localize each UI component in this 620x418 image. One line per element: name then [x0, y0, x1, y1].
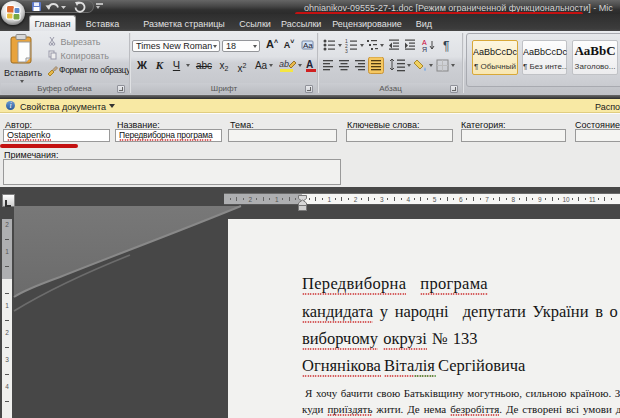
svg-text:А: А: [422, 39, 427, 46]
svg-text:ab: ab: [279, 59, 289, 69]
svg-text:¶: ¶: [443, 39, 449, 53]
svg-text:3: 3: [345, 48, 348, 54]
svg-text:А: А: [306, 59, 313, 70]
svg-text:Я: Я: [422, 46, 427, 53]
svg-text:Aa: Aa: [303, 41, 313, 50]
